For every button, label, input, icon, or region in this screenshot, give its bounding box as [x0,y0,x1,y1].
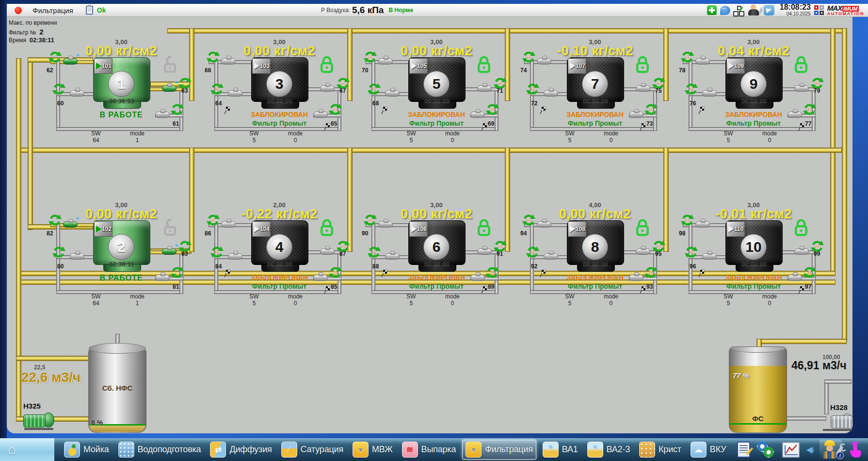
svg-text:A: A [649,106,654,113]
svg-text:A: A [527,53,531,61]
taskbar-item[interactable]: Фильтрация [462,440,536,460]
taskbar-item[interactable]: МВЖ [350,440,396,460]
taskbar-item[interactable]: Водоподготовка [115,440,204,460]
taskbar-item[interactable]: ВКУ [688,440,729,460]
valve[interactable] [313,275,328,281]
valve[interactable] [378,221,393,228]
valve[interactable] [63,221,78,228]
valve[interactable] [228,253,242,260]
speaker-icon[interactable]: ◀)) [806,446,813,453]
tank-dome [729,346,787,353]
tank-tag-badge[interactable]: 106 [409,221,428,237]
valve[interactable] [162,85,177,92]
valve[interactable] [162,248,177,255]
taskbar-item[interactable]: Мойка [61,440,112,460]
operator-avatar-icon[interactable] [747,4,760,16]
valve[interactable] [70,253,84,260]
air-pressure-status: В Норме [388,7,413,14]
pump-n325-label: Н325 [23,402,41,410]
svg-text:A: A [215,85,220,93]
flowchart-check-icon[interactable] [734,5,743,15]
valve[interactable] [788,112,802,118]
tank-tag-badge[interactable]: 104 [252,221,271,237]
valve[interactable] [477,248,492,255]
valve[interactable] [537,221,551,228]
valve[interactable] [228,90,242,97]
auto-cycle-icon: A [486,266,499,279]
valve[interactable] [385,90,400,97]
valve[interactable] [636,248,650,255]
auto-cycle-icon: A [364,50,377,64]
telegram-icon[interactable] [764,5,774,16]
tank-tag-badge[interactable]: 101 [94,58,113,74]
filter-timer: 00:00:00 [567,261,624,268]
valve[interactable] [385,253,400,260]
valve[interactable] [155,112,170,118]
settings-gears-icon[interactable] [757,441,775,459]
pipe [371,290,498,294]
trend-chart-icon[interactable] [782,442,800,458]
valve[interactable] [221,221,236,228]
valve[interactable] [537,58,551,65]
tank-tag-badge[interactable]: 102 [94,221,113,237]
taskbar-item[interactable]: ВА1 [540,440,581,460]
valve[interactable] [544,90,558,97]
report-document-icon[interactable] [737,442,750,458]
evaporation-icon [402,442,418,458]
valve[interactable] [702,253,717,260]
pump-n328[interactable] [822,412,854,431]
sw-label: SW [240,293,269,300]
valve[interactable] [702,90,717,97]
taskbar-item[interactable]: Крист [636,440,684,460]
sw-value: 5 [240,300,269,307]
valve[interactable] [470,275,485,281]
fs-tank[interactable]: 77 % ФС [729,346,787,433]
auto-cycle-icon: A [171,266,184,279]
valve[interactable] [636,85,650,92]
filter-timer: 00:00:00 [725,98,783,105]
valve[interactable] [695,58,710,65]
valve[interactable] [629,112,643,118]
scada-screen: Фильтрация Ok Р Воздуха: 5,6 кПа В Норме… [0,0,868,461]
journal-icon[interactable] [86,6,93,15]
tank-tag-badge[interactable]: 103 [252,58,271,74]
valve[interactable] [629,275,643,281]
svg-text:A: A [657,80,661,87]
valve[interactable] [788,275,802,281]
valve[interactable] [378,58,393,65]
valve-number: 69 [488,120,494,127]
sw-value: 5 [714,137,743,144]
valve[interactable] [320,248,335,255]
taskbar-item[interactable]: ВА2-3 [584,440,633,460]
tank-tag-badge[interactable]: 109 [726,58,745,74]
home-button[interactable]: ⌂ [0,438,54,461]
taskbar-item[interactable]: Диффузия [207,440,274,460]
valve[interactable] [695,221,710,228]
tank-tag-badge[interactable]: 110 [726,221,745,237]
valve[interactable] [63,58,78,65]
valve[interactable] [477,85,492,92]
pump-n325[interactable] [23,411,55,430]
valve[interactable] [794,248,809,255]
valve[interactable] [794,85,809,92]
service-worker-icon[interactable]: i [820,440,842,460]
valve[interactable] [320,85,335,92]
touch-mode-icon[interactable] [849,440,863,460]
nfs-collector-tank[interactable]: Сб. НФС 8 % [88,347,146,433]
taskbar-item[interactable]: Выпарка [399,440,459,460]
valve[interactable] [155,275,170,281]
tank-tag-badge[interactable]: 108 [568,221,586,237]
mode-value: 1 [120,137,154,144]
valve[interactable] [470,112,485,118]
valve[interactable] [221,58,236,65]
chat-icon[interactable] [720,6,730,15]
valve[interactable] [313,112,328,118]
tank-tag-badge[interactable]: 107 [568,58,586,74]
add-icon[interactable] [707,5,717,15]
tank-tag-badge[interactable]: 105 [409,58,428,74]
auto-cycle-icon: A [368,82,381,96]
taskbar-item[interactable]: Сатурация [278,440,346,460]
sw-label: SW [397,293,426,300]
valve[interactable] [70,90,84,97]
valve[interactable] [544,253,558,260]
